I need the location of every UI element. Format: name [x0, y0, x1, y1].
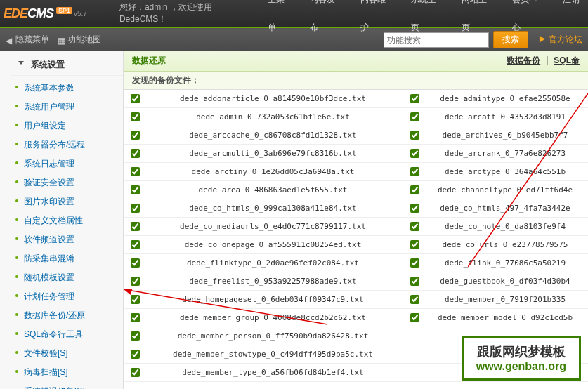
nav-mainmenu[interactable]: 主菜单 [259, 0, 301, 41]
table-row: dede_member_group_0_4008de8ccd2b2c62.txt… [124, 309, 588, 327]
sidebar: 系统设置 系统基本参数系统用户管理用户组设定服务器分布/远程系统日志管理验证安全… [0, 51, 124, 389]
file-checkbox[interactable] [131, 222, 140, 231]
file-name: dede_co_mediaurls_0_e4d0c771c8799117.txt [150, 222, 396, 231]
file-checkbox[interactable] [410, 313, 419, 322]
file-name: dede_homepageset_0_6deb034ff09347c9.txt [150, 295, 396, 304]
page-title: 数据还原 [132, 55, 166, 67]
file-name: dede_freelist_0_953a92257988ade9.txt [150, 277, 396, 286]
file-checkbox[interactable] [131, 331, 140, 341]
sidebar-group-system[interactable]: 系统设置 [11, 55, 123, 76]
link-backup[interactable]: 数据备份 [507, 55, 540, 67]
top-bar: EDECMS SP1 v5.7 您好：admin ，欢迎使用DedeCMS！ 主… [0, 0, 588, 28]
file-checkbox[interactable] [131, 313, 140, 322]
table-row: dede_admin_0_732a053c61bf1e6e.txtdede_ar… [124, 108, 588, 126]
file-name: dede_co_onepage_0_af555911c08254ed.txt [150, 240, 396, 249]
file-name: dede_co_htmls_497_4fa7a3442e [429, 204, 581, 213]
file-checkbox[interactable] [410, 258, 419, 268]
file-checkbox[interactable] [410, 131, 419, 140]
file-checkbox[interactable] [131, 368, 140, 377]
file-checkbox[interactable] [410, 94, 419, 103]
sidebar-item[interactable]: 防采集串混淆 [11, 249, 123, 268]
file-checkbox[interactable] [131, 277, 140, 286]
file-name: dede_admintype_0_efae255058e [429, 94, 581, 103]
file-checkbox[interactable] [410, 222, 419, 231]
file-name: dede_admin_0_732a053c61bf1e6e.txt [150, 112, 396, 121]
table-row: dede_homepageset_0_6deb034ff09347c9.txtd… [124, 291, 588, 309]
table-row: dede_arccache_0_c86708c8fd1d1328.txtdede… [124, 126, 588, 145]
file-name: dede_co_htmls_0_999ca1308a411e84.txt [150, 204, 396, 213]
sidebar-item[interactable]: 软件频道设置 [11, 230, 123, 249]
forum-link[interactable]: ▶ 官方论坛 [538, 34, 582, 46]
file-name: dede_co_note_0_da8103fe9f4 [429, 222, 581, 231]
logo: EDECMS SP1 v5.7 [0, 0, 105, 27]
file-checkbox[interactable] [131, 131, 140, 140]
search-input[interactable] [384, 32, 489, 48]
sitemap-link[interactable]: ▦功能地图 [58, 34, 101, 46]
file-name: dede_guestbook_0_df03f4d30b4 [429, 277, 581, 286]
file-name: dede_member_0_7919f201b335 [429, 295, 581, 304]
file-checkbox[interactable] [131, 258, 140, 268]
file-name: dede_flinktype_0_2d0ae96fef02c084.txt [150, 258, 396, 268]
file-checkbox[interactable] [410, 185, 419, 194]
file-name: dede_co_urls_0_e23778579575 [429, 240, 581, 249]
file-checkbox[interactable] [410, 112, 419, 121]
file-name: dede_member_stowtype_0_c494dff495d9ba5c.… [150, 350, 396, 359]
content-title-bar: 数据还原 数据备份 | SQL命 [124, 51, 588, 72]
file-checkbox[interactable] [410, 204, 419, 213]
sidebar-item[interactable]: 病毒扫描[S] [11, 363, 123, 382]
sidebar-item[interactable]: 系统基本参数 [11, 79, 123, 98]
file-name: dede_area_0_486863aed1e5f655.txt [150, 185, 396, 194]
file-checkbox[interactable] [131, 295, 140, 304]
file-name: dede_arccache_0_c86708c8fd1d1328.txt [150, 131, 396, 140]
nav-publish[interactable]: 内容发布 [301, 0, 352, 41]
welcome-text: 您好：admin ，欢迎使用DedeCMS！ [119, 1, 259, 25]
file-name: dede_flink_0_77086c5a50219 [429, 258, 581, 268]
file-name: dede_archives_0_b9045ebb7f7 [429, 131, 581, 140]
hide-menu-link[interactable]: ◀隐藏菜单 [6, 34, 49, 46]
file-name: dede_member_group_0_4008de8ccd2b2c62.txt [150, 313, 396, 322]
file-checkbox[interactable] [131, 185, 140, 194]
table-row: dede_arcmulti_0_3ab696e79fc8316b.txtdede… [124, 145, 588, 163]
file-name: dede_arcatt_0_43532d3d8191 [429, 112, 581, 121]
sidebar-item[interactable]: 用户组设定 [11, 117, 123, 136]
file-name: dede_addonarticle_0_a814590e10bf3dce.txt [150, 94, 396, 103]
file-name: dede_member_person_0_ff7590b9da826428.tx… [150, 331, 396, 341]
table-row: dede_flinktype_0_2d0ae96fef02c084.txtded… [124, 254, 588, 272]
sidebar-item[interactable]: 系统用户管理 [11, 98, 123, 117]
watermark: 跟版网织梦模板 www.genban.org [462, 336, 581, 381]
file-name: dede_arcmulti_0_3ab696e79fc8316b.txt [150, 149, 396, 158]
file-name: dede_arctiny_0_1e26dd05c3a6948a.txt [150, 167, 396, 176]
file-checkbox[interactable] [410, 149, 419, 158]
sidebar-item[interactable]: 计划任务管理 [11, 287, 123, 306]
sidebar-item[interactable]: 图片水印设置 [11, 192, 123, 211]
file-name: dede_member_model_0_d92c1cd5b [429, 313, 581, 322]
sidebar-item[interactable]: 系统日志管理 [11, 154, 123, 173]
file-name: dede_arcrank_0_77a6e826273 [429, 149, 581, 158]
table-row: dede_area_0_486863aed1e5f655.txtdede_cha… [124, 181, 588, 199]
sidebar-item[interactable]: 系统错误修复[S] [11, 382, 123, 389]
content-subtitle: 发现的备份文件： [124, 72, 588, 90]
file-checkbox[interactable] [131, 350, 140, 359]
sidebar-item[interactable]: SQL命令行工具 [11, 325, 123, 344]
file-checkbox[interactable] [410, 277, 419, 286]
file-checkbox[interactable] [131, 204, 140, 213]
file-checkbox[interactable] [131, 112, 140, 121]
sidebar-item[interactable]: 验证安全设置 [11, 173, 123, 192]
file-checkbox[interactable] [410, 240, 419, 249]
search-button[interactable]: 搜索 [493, 31, 528, 48]
file-checkbox[interactable] [131, 94, 140, 103]
file-checkbox[interactable] [131, 149, 140, 158]
file-checkbox[interactable] [410, 167, 419, 176]
sidebar-item[interactable]: 数据库备份/还原 [11, 306, 123, 325]
sidebar-item[interactable]: 服务器分布/远程 [11, 136, 123, 154]
file-checkbox[interactable] [410, 295, 419, 304]
sidebar-item[interactable]: 自定义文档属性 [11, 211, 123, 230]
table-row: dede_freelist_0_953a92257988ade9.txtdede… [124, 272, 588, 291]
sidebar-item[interactable]: 文件校验[S] [11, 344, 123, 363]
file-checkbox[interactable] [131, 240, 140, 249]
link-sql[interactable]: SQL命 [554, 55, 580, 67]
sidebar-item[interactable]: 随机模板设置 [11, 268, 123, 287]
sitemap-icon: ▦ [58, 36, 66, 44]
file-name: dede_member_type_0_a56fb06fd84b1ef4.txt [150, 368, 396, 377]
file-checkbox[interactable] [131, 167, 140, 176]
